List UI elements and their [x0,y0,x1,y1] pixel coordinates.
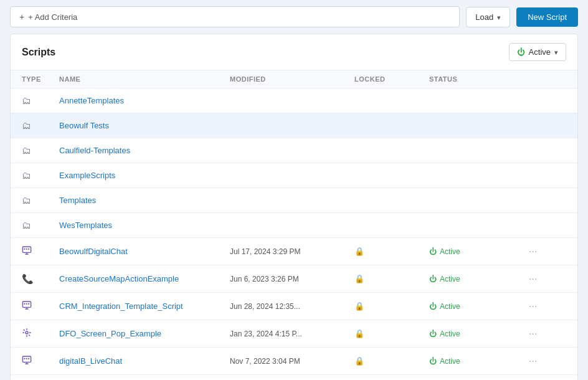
status-cell [429,196,529,206]
lock-icon: 🔒 [354,302,364,311]
active-filter-button[interactable]: ⏻ Active [509,43,566,61]
status-cell: ⏻ Active [429,242,529,261]
svg-rect-6 [26,303,27,305]
lock-icon: 🔒 [354,329,364,338]
table-row[interactable]: digitalScript Jan 3, 2024 2:01 PM ⏻ Acti… [11,375,577,380]
table-row[interactable]: CRM_Integration_Template_Script Jun 28, … [11,293,577,320]
status-label: Active [440,302,460,311]
script-name-link[interactable]: Templates [59,196,96,205]
actions-cell [529,146,566,156]
more-actions-icon[interactable]: ··· [529,301,537,312]
status-label: Active [440,275,460,283]
plus-icon: + [19,12,24,22]
new-script-button[interactable]: New Script [516,7,578,27]
add-criteria-button[interactable]: + + Add Criteria [10,6,460,27]
name-cell: WesTemplates [59,216,230,235]
chevron-down-icon [497,12,501,22]
modified-cell: Jul 17, 2024 3:29 PM [230,242,354,261]
actions-cell [529,121,566,131]
type-cell [22,350,59,372]
locked-cell: 🔒 [354,269,429,288]
modified-cell: Jan 23, 2024 4:15 P... [230,325,354,343]
col-locked: LOCKED [354,75,429,83]
type-cell [22,240,59,262]
more-actions-icon[interactable]: ··· [529,328,537,340]
lock-icon: 🔒 [354,356,364,366]
col-actions [529,75,566,83]
modified-cell: Jun 6, 2023 3:26 PM [230,270,354,288]
script-name-link[interactable]: CreateSourceMapActionExample [59,274,179,283]
table-row[interactable]: DFO_Screen_Pop_Example Jan 23, 2024 4:15… [11,320,577,348]
locked-cell [354,196,429,206]
status-power-icon: ⏻ [429,247,437,256]
svg-rect-1 [24,249,25,250]
script-name-link[interactable]: BeowulfDigitalChat [59,247,128,256]
table-row[interactable]: 🗂 Beowulf Tests [11,113,577,138]
lock-icon: 🔒 [354,247,364,256]
status-label: Active [440,330,460,338]
script-name-link[interactable]: AnnetteTemplates [59,96,124,105]
locked-cell: 🔒 [354,297,429,316]
status-label: Active [440,247,460,256]
script-name-link[interactable]: Caulfield-Templates [59,146,130,155]
modified-cell: Nov 7, 2022 3:04 PM [230,352,354,371]
more-actions-icon[interactable]: ··· [529,356,537,367]
folder-icon: 🗂 [22,145,31,156]
power-icon: ⏻ [517,47,525,57]
svg-rect-7 [28,303,29,305]
lock-icon: 🔒 [354,274,364,283]
script-name-link[interactable]: WesTemplates [59,221,112,230]
name-cell: DFO_Screen_Pop_Example [59,324,230,343]
table-row[interactable]: 🗂 ExampleScripts [11,163,577,188]
table-row[interactable]: 🗂 Caulfield-Templates [11,138,577,163]
name-cell: Caulfield-Templates [59,141,230,160]
name-cell: CreateSourceMapActionExample [59,269,230,288]
table-row[interactable]: 🗂 Templates [11,188,577,213]
folder-icon: 🗂 [22,220,31,230]
locked-cell [354,96,429,106]
table-row[interactable]: BeowulfDigitalChat Jul 17, 2024 3:29 PM … [11,238,577,265]
script-name-link[interactable]: digitalB_LiveChat [59,356,122,366]
table-header: TYPE NAME MODIFIED LOCKED STATUS [11,70,577,88]
status-cell [429,96,529,106]
script-name-link[interactable]: ExampleScripts [59,171,115,180]
locked-cell: 🔒 [354,351,429,371]
svg-rect-18 [28,358,29,359]
svg-rect-3 [28,249,29,250]
col-modified: MODIFIED [230,75,354,83]
scripts-title: Scripts [22,47,55,58]
col-type: TYPE [22,75,59,83]
table-body: 🗂 AnnetteTemplates 🗂 Beowulf Tests 🗂 Cau… [11,88,577,380]
locked-cell [354,146,429,156]
table-row[interactable]: 📞 CreateSourceMapActionExample Jun 6, 20… [11,265,577,293]
more-actions-icon[interactable]: ··· [529,246,537,257]
more-actions-icon[interactable]: ··· [529,273,537,285]
col-status: STATUS [429,75,529,83]
status-active: ⏻ Active [429,330,460,338]
status-active: ⏻ Active [429,275,460,283]
type-cell: 📞 [22,268,59,290]
modified-cell [230,146,354,156]
chat-icon [22,300,32,312]
folder-icon: 🗂 [22,170,31,181]
locked-cell: 🔒 [354,324,429,343]
actions-cell: ··· [529,268,566,290]
status-cell: ⏻ Active [429,352,529,371]
svg-rect-5 [24,303,25,305]
table-row[interactable]: 🗂 WesTemplates [11,213,577,238]
script-name-link[interactable]: DFO_Screen_Pop_Example [59,329,161,338]
folder-icon: 🗂 [22,95,31,106]
script-name-link[interactable]: CRM_Integration_Template_Script [59,302,183,311]
scripts-header: Scripts ⏻ Active [11,34,577,70]
modified-cell [230,221,354,230]
type-cell: 🗂 [22,90,59,111]
table-row[interactable]: 🗂 AnnetteTemplates [11,88,577,113]
table-row[interactable]: digitalB_LiveChat Nov 7, 2022 3:04 PM 🔒 … [11,348,577,375]
load-label: Load [475,12,493,22]
type-cell [22,378,59,380]
script-name-link[interactable]: Beowulf Tests [59,121,109,130]
folder-icon: 🗂 [22,195,31,206]
status-active: ⏻ Active [429,302,460,311]
load-button[interactable]: Load [466,7,510,27]
top-bar: + + Add Criteria Load New Script [0,0,588,34]
